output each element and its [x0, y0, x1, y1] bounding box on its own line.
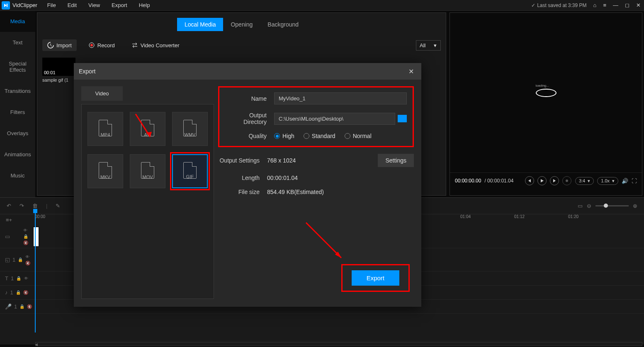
export-button[interactable]: Export [352, 270, 399, 286]
text-track-icon: T [5, 275, 8, 281]
format-tab-video[interactable]: Video [81, 86, 123, 101]
clip[interactable] [33, 227, 39, 247]
undo-icon[interactable]: ↶ [7, 203, 11, 209]
format-mov[interactable]: MOV [130, 154, 165, 188]
lock-icon[interactable]: 🔒 [19, 304, 24, 309]
annotation-settings-box: Name Output Directory Quality High Stand… [218, 86, 414, 147]
hamburger-icon[interactable]: ≡ [601, 2, 608, 8]
mic-track-icon: 🎤 [5, 303, 12, 310]
format-avi[interactable]: AVI [130, 112, 165, 146]
checkmark-icon: ✓ [531, 2, 535, 8]
ruler-mark: 01:20 [568, 214, 578, 219]
preview-canvas: loading... [450, 13, 642, 172]
mute-icon[interactable]: 🔇 [23, 240, 28, 245]
media-tab-opening[interactable]: Opening [223, 18, 260, 31]
media-tab-local[interactable]: Local Media [177, 18, 224, 31]
sidebar-tab-transitions[interactable]: Transitions [0, 80, 35, 102]
lock-icon[interactable]: 🔒 [23, 234, 28, 239]
quality-normal-radio[interactable]: Normal [345, 133, 372, 139]
format-mp4[interactable]: MP4 [87, 112, 123, 146]
aspect-ratio-dropdown[interactable]: 3:4 ▾ [575, 177, 594, 185]
settings-button[interactable]: Settings [378, 154, 414, 167]
svg-point-2 [566, 180, 568, 182]
lock-icon[interactable]: 🔒 [16, 276, 21, 281]
name-label: Name [225, 95, 274, 102]
dir-input[interactable] [274, 113, 395, 125]
export-dialog: Export ✕ Video MP4 AVI WMV MKV MOV GIF N… [74, 63, 421, 307]
menu-file[interactable]: File [47, 2, 56, 8]
mute-icon[interactable]: 🔇 [23, 290, 28, 295]
volume-icon[interactable]: 🔊 [622, 178, 628, 184]
sidebar-tab-overlays[interactable]: Overlays [0, 123, 35, 144]
fit-icon[interactable]: ▭ [578, 203, 583, 209]
play-button[interactable] [537, 176, 547, 185]
quality-standard-radio[interactable]: Standard [304, 133, 335, 139]
format-wmv[interactable]: WMV [172, 112, 208, 146]
name-input[interactable] [274, 92, 407, 104]
eye-icon[interactable]: 👁 [23, 228, 28, 233]
eye-icon[interactable]: 👁 [25, 255, 30, 259]
close-icon[interactable]: ✕ [634, 2, 642, 8]
quality-high-radio[interactable]: High [274, 133, 294, 139]
filter-dropdown[interactable]: All ▾ [416, 40, 441, 51]
playhead[interactable] [35, 212, 36, 332]
mute-icon[interactable]: 🔇 [25, 261, 30, 265]
lock-icon[interactable]: 🔒 [16, 290, 21, 295]
lock-icon[interactable]: 🔒 [18, 257, 23, 262]
menu-edit[interactable]: Edit [68, 2, 77, 8]
thumb-filename: sample gif (1 [42, 78, 75, 83]
import-button[interactable]: Import [42, 39, 77, 51]
converter-button[interactable]: Video Converter [126, 39, 185, 51]
thumb-duration: 00:01 [44, 70, 56, 75]
fullscreen-icon[interactable]: ⛶ [632, 178, 637, 184]
horizontal-scrollbar[interactable]: ◀ [35, 342, 642, 346]
add-track-icon[interactable]: ≡+ [6, 217, 12, 223]
zoom-slider[interactable] [595, 205, 629, 206]
format-gif[interactable]: GIF [172, 154, 208, 188]
dir-label: Output Directory [225, 112, 274, 125]
titlebar: VidClipper File Edit View Export Help ✓ … [0, 0, 644, 11]
next-frame-button[interactable] [550, 176, 559, 185]
output-settings-value: 768 x 1024 [267, 157, 296, 164]
stop-button[interactable] [562, 176, 571, 185]
loading-icon [536, 89, 557, 97]
sidebar-tab-music[interactable]: Music [0, 165, 35, 186]
sidebar-tab-text[interactable]: Text [0, 32, 35, 53]
length-value: 00:00:01.04 [267, 175, 298, 181]
zoom-out-icon[interactable]: ⊖ [587, 203, 591, 209]
eye-icon[interactable]: 👁 [24, 276, 28, 281]
ruler-mark: 00:00 [35, 214, 45, 219]
home-icon[interactable]: ⌂ [592, 2, 598, 8]
sidebar-tab-media[interactable]: Media [0, 11, 35, 32]
sidebar-tab-filters[interactable]: Filters [0, 102, 35, 123]
zoom-in-icon[interactable]: ⊕ [633, 203, 637, 209]
prev-frame-button[interactable] [525, 176, 534, 185]
speed-dropdown[interactable]: 1.0x ▾ [597, 177, 618, 185]
format-mkv[interactable]: MKV [87, 154, 123, 188]
menu-export[interactable]: Export [112, 2, 127, 8]
mute-icon[interactable]: 🔇 [27, 304, 32, 309]
redo-icon[interactable]: ↷ [19, 203, 24, 209]
convert-icon [131, 42, 138, 49]
filesize-value: 854.49 KB(Estimated) [267, 189, 324, 195]
maximize-icon[interactable]: ◻ [623, 2, 631, 8]
browse-folder-button[interactable] [398, 115, 407, 122]
menu-help[interactable]: Help [139, 2, 150, 8]
media-tab-background[interactable]: Background [260, 18, 306, 31]
music-track-icon: ♪ [5, 289, 8, 296]
output-settings-label: Output Settings [218, 157, 267, 164]
record-button[interactable]: Record [83, 39, 120, 51]
menu-view[interactable]: View [88, 2, 100, 8]
filesize-label: File size [218, 189, 267, 195]
sidebar-tab-effects[interactable]: Special Effects [0, 53, 35, 80]
minimize-icon[interactable]: — [611, 2, 620, 8]
chevron-down-icon: ▾ [434, 42, 437, 49]
media-thumbnail[interactable]: 00:01 sample gif (1 [42, 58, 75, 83]
annotation-export-box: Export [341, 264, 410, 292]
delete-icon[interactable]: 🗑 [32, 203, 38, 209]
video-track-icon: ▭ [5, 233, 10, 240]
sidebar-tab-animations[interactable]: Animations [0, 144, 35, 165]
app-title: VidClipper [12, 2, 37, 8]
dialog-close-button[interactable]: ✕ [406, 67, 416, 76]
edit-icon[interactable]: ✎ [56, 203, 60, 209]
